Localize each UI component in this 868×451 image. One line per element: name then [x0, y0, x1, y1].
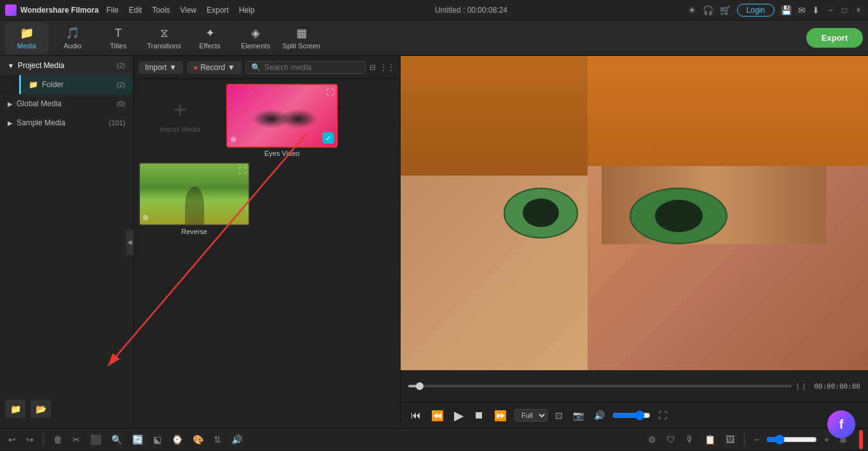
eyes-video-thumb: ⛶ ⊕ ✓: [226, 84, 338, 148]
record-button[interactable]: ● Record ▼: [187, 61, 242, 74]
rewind-button[interactable]: ⏮: [408, 407, 424, 424]
sidebar-sample-media-count: (101): [109, 119, 125, 127]
grid-icon[interactable]: ⋮⋮: [380, 63, 395, 72]
face-preview-left: [401, 56, 588, 370]
login-button[interactable]: Login: [737, 4, 775, 17]
tool-transitions[interactable]: ⧖ Transitions: [142, 22, 186, 54]
zoom-out-button[interactable]: −: [751, 433, 762, 447]
media-toolbar: Import ▼ ● Record ▼ 🔍 ⊟ ⋮⋮: [134, 56, 400, 79]
markers-icon[interactable]: 📋: [701, 433, 719, 447]
search-input[interactable]: [265, 63, 360, 72]
stop-button[interactable]: ⏹: [471, 407, 486, 424]
time-button[interactable]: ⌚: [169, 433, 186, 447]
add-to-timeline-icon-2: ⊕: [142, 213, 149, 222]
timeline-zoom-slider[interactable]: [766, 434, 817, 445]
close-button[interactable]: ×: [854, 6, 863, 15]
tool-titles[interactable]: T Titles: [97, 22, 140, 54]
resolution-select[interactable]: Full 1/2 1/4: [514, 409, 548, 422]
menu-help[interactable]: Help: [239, 6, 255, 15]
tool-splitscreen[interactable]: ▦ Split Screen: [280, 22, 323, 54]
zoom-in-button[interactable]: +: [821, 433, 832, 447]
shop-icon[interactable]: 🛒: [720, 5, 731, 15]
progress-handle[interactable]: [416, 382, 424, 390]
tool-media[interactable]: 📁 Media: [5, 22, 48, 54]
watermark-logo: f: [839, 417, 844, 432]
fullscreen-icon[interactable]: ⛶: [656, 408, 670, 423]
media-item-reverse[interactable]: ⛶ ⊕ Reverse: [139, 162, 250, 235]
download-icon[interactable]: ⬇: [812, 5, 820, 15]
menu-export[interactable]: Export: [207, 6, 229, 15]
play-button[interactable]: ▶: [451, 405, 466, 426]
main-area: ▼ Project Media (2) 📁 Folder (2) ▶ Globa…: [0, 56, 868, 428]
new-folder-icon: 📁: [10, 404, 21, 414]
settings-icon[interactable]: ⚙: [645, 433, 659, 447]
clip-icon[interactable]: 🛡: [663, 433, 679, 447]
sidebar-project-media-label: Project Media: [18, 61, 64, 70]
sidebar-item-global-media[interactable]: ▶ Global Media (0): [0, 94, 133, 113]
progress-bar[interactable]: [408, 385, 792, 387]
rotate-button[interactable]: 🔄: [129, 433, 146, 447]
app-name: Wondershare Filmora: [20, 6, 99, 15]
left-eye: [504, 188, 579, 238]
minimize-button[interactable]: −: [826, 6, 835, 15]
media-icon: 📁: [20, 26, 34, 40]
mail-icon[interactable]: ✉: [798, 5, 806, 15]
snapshot-icon[interactable]: 📷: [570, 408, 586, 423]
step-fwd-button[interactable]: ⏩: [492, 407, 509, 424]
left-pupil: [523, 198, 559, 227]
maximize-button[interactable]: □: [840, 6, 849, 15]
tool-elements[interactable]: ◈ Elements: [234, 22, 277, 54]
search-icon: 🔍: [251, 63, 261, 72]
delete-button[interactable]: 🗑: [50, 433, 65, 447]
save-icon[interactable]: 💾: [781, 5, 792, 15]
splitscreen-icon: ▦: [296, 26, 307, 40]
tool-effects[interactable]: ✦ Effects: [188, 22, 231, 54]
volume-slider[interactable]: [612, 410, 651, 420]
step-back-button[interactable]: ⏪: [429, 407, 446, 424]
cut-button[interactable]: ✂: [69, 433, 83, 447]
preview-video-area: [401, 56, 868, 370]
menu-edit[interactable]: Edit: [128, 6, 142, 15]
adjust-button[interactable]: ⇅: [210, 433, 224, 447]
titlebar: Wondershare Filmora File Edit Tools View…: [0, 0, 868, 20]
tool-audio-label: Audio: [64, 42, 81, 50]
timeline-section: ↩ ↪ 🗑 ✂ ⬛ 🔍 🔄 ⬕ ⌚ 🎨 ⇅ 🔊 ⚙ 🛡 🎙 📋 🖼 − + ⊗: [0, 428, 868, 451]
plus-icon: +: [173, 99, 186, 121]
mask-button[interactable]: ⬕: [150, 433, 165, 447]
menu-bar: File Edit Tools View Export Help: [106, 6, 254, 15]
undo-button[interactable]: ↩: [5, 433, 19, 447]
crop-button[interactable]: ⬛: [87, 433, 104, 447]
zoom-button[interactable]: 🔍: [108, 433, 125, 447]
search-box: 🔍: [245, 61, 366, 74]
folder-icon: 📁: [29, 80, 38, 89]
export-button[interactable]: Export: [806, 28, 863, 48]
color-button[interactable]: 🎨: [189, 433, 207, 447]
filter-icon[interactable]: ⊟: [369, 63, 376, 72]
import-media-placeholder[interactable]: + Import Media: [139, 84, 221, 148]
menu-view[interactable]: View: [180, 6, 196, 15]
sidebar-collapse-button[interactable]: ◀: [126, 230, 134, 255]
playback-controls: ⏮ ⏪ ▶ ⏹ ⏩ Full 1/2 1/4 ⊡ 📷 🔊 ⛶: [401, 402, 868, 428]
menu-tools[interactable]: Tools: [152, 6, 170, 15]
mic-icon[interactable]: 🎙: [682, 433, 698, 447]
record-label: Record: [200, 63, 225, 72]
headphone-icon[interactable]: 🎧: [703, 5, 713, 15]
fit-screen-icon[interactable]: ⊡: [553, 408, 565, 423]
folder-open-button[interactable]: 📂: [31, 400, 51, 418]
new-folder-button[interactable]: 📁: [5, 400, 25, 418]
media-item-eyes-video[interactable]: ⛶ ⊕ ✓ Eyes Video: [226, 84, 338, 157]
audio-button[interactable]: 🔊: [228, 433, 245, 447]
sidebar-item-sample-media[interactable]: ▶ Sample Media (101): [0, 113, 133, 132]
pupil: [655, 200, 703, 232]
time-markers: } {: [797, 382, 805, 390]
menu-file[interactable]: File: [106, 6, 118, 15]
brightness-icon[interactable]: ☀: [688, 5, 696, 15]
preview-render-icon[interactable]: 🖼: [722, 433, 738, 447]
redo-button[interactable]: ↪: [23, 433, 37, 447]
import-button[interactable]: Import ▼: [139, 61, 183, 74]
tool-elements-label: Elements: [241, 42, 270, 50]
sidebar-item-folder[interactable]: 📁 Folder (2): [19, 75, 133, 94]
volume-icon[interactable]: 🔊: [591, 408, 607, 423]
sidebar-item-project-media[interactable]: ▼ Project Media (2): [0, 56, 133, 75]
tool-audio[interactable]: 🎵 Audio: [51, 22, 94, 54]
